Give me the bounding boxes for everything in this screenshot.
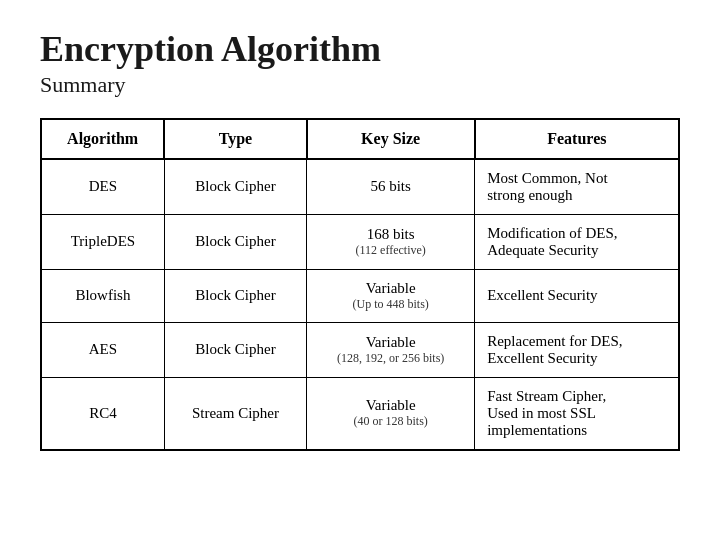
algo-rc4: RC4 (41, 377, 164, 450)
table-row: Blowfish Block Cipher Variable (Up to 44… (41, 269, 679, 322)
keysize-aes: Variable (128, 192, or 256 bits) (307, 322, 475, 377)
col-algorithm: Algorithm (41, 119, 164, 159)
table-row: TripleDES Block Cipher 168 bits (112 eff… (41, 214, 679, 269)
type-rc4: Stream Cipher (164, 377, 306, 450)
features-des: Most Common, Not strong enough (475, 159, 679, 215)
algo-blowfish: Blowfish (41, 269, 164, 322)
features-rc4: Fast Stream Cipher, Used in most SSL imp… (475, 377, 679, 450)
col-features: Features (475, 119, 679, 159)
keysize-tripledes: 168 bits (112 effective) (307, 214, 475, 269)
col-keysize: Key Size (307, 119, 475, 159)
features-tripledes: Modification of DES, Adequate Security (475, 214, 679, 269)
keysize-blowfish: Variable (Up to 448 bits) (307, 269, 475, 322)
keysize-rc4: Variable (40 or 128 bits) (307, 377, 475, 450)
features-blowfish: Excellent Security (475, 269, 679, 322)
table-row: AES Block Cipher Variable (128, 192, or … (41, 322, 679, 377)
algo-tripledes: TripleDES (41, 214, 164, 269)
page-title: Encryption Algorithm (40, 30, 680, 70)
keysize-des: 56 bits (307, 159, 475, 215)
col-type: Type (164, 119, 306, 159)
type-blowfish: Block Cipher (164, 269, 306, 322)
algo-des: DES (41, 159, 164, 215)
features-aes: Replacement for DES, Excellent Security (475, 322, 679, 377)
algo-aes: AES (41, 322, 164, 377)
type-aes: Block Cipher (164, 322, 306, 377)
type-des: Block Cipher (164, 159, 306, 215)
encryption-table: Algorithm Type Key Size Features DES Blo… (40, 118, 680, 451)
page-subtitle: Summary (40, 72, 680, 98)
table-row: DES Block Cipher 56 bits Most Common, No… (41, 159, 679, 215)
type-tripledes: Block Cipher (164, 214, 306, 269)
table-row: RC4 Stream Cipher Variable (40 or 128 bi… (41, 377, 679, 450)
